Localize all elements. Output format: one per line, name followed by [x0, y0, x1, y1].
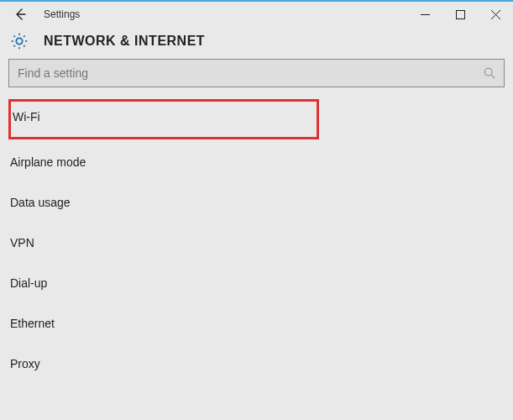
- svg-rect-1: [456, 10, 464, 18]
- page-header: NETWORK & INTERNET: [0, 27, 513, 59]
- close-icon: [491, 10, 500, 19]
- nav-item-dialup[interactable]: Dial-up: [8, 265, 505, 301]
- close-button[interactable]: [478, 3, 513, 26]
- search-box[interactable]: [8, 59, 505, 87]
- gear-icon: [10, 32, 29, 50]
- minimize-button[interactable]: [407, 3, 442, 26]
- minimize-icon: [421, 10, 430, 19]
- window-title: Settings: [44, 8, 80, 20]
- maximize-icon: [456, 10, 465, 19]
- highlight-annotation: Wi-Fi: [8, 99, 319, 139]
- svg-line-5: [491, 75, 495, 78]
- settings-nav-list: Wi-Fi Airplane mode Data usage VPN Dial-…: [0, 94, 513, 391]
- nav-item-vpn[interactable]: VPN: [8, 225, 505, 260]
- page-title: NETWORK & INTERNET: [44, 34, 205, 49]
- search-icon: [484, 67, 495, 79]
- nav-item-proxy[interactable]: Proxy: [8, 346, 505, 381]
- search-input[interactable]: [18, 66, 484, 80]
- search-container: [0, 59, 513, 94]
- back-arrow-icon: [13, 8, 27, 21]
- nav-item-airplane-mode[interactable]: Airplane mode: [8, 144, 505, 180]
- nav-item-wifi[interactable]: Wi-Fi: [13, 110, 315, 123]
- svg-point-4: [484, 68, 492, 76]
- nav-item-data-usage[interactable]: Data usage: [8, 185, 505, 220]
- back-button[interactable]: [8, 3, 32, 26]
- window-controls: [407, 3, 513, 26]
- titlebar: Settings: [0, 2, 513, 27]
- maximize-button[interactable]: [442, 3, 478, 26]
- nav-item-ethernet[interactable]: Ethernet: [8, 306, 505, 341]
